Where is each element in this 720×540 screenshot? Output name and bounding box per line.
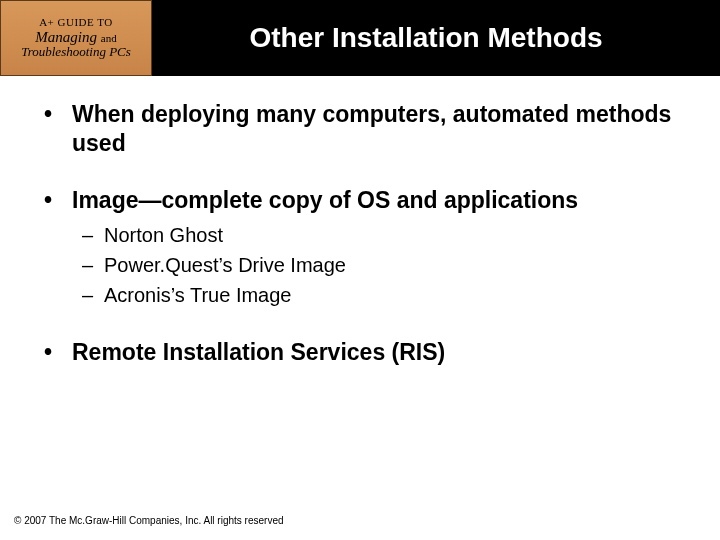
book-logo: A+ GUIDE TO Managing and Troubleshooting…: [0, 0, 152, 76]
bullet-text: Image—complete copy of OS and applicatio…: [72, 187, 578, 213]
bullet-list: When deploying many computers, automated…: [30, 100, 690, 367]
logo-line1: A+ GUIDE TO: [39, 17, 113, 29]
logo-managing: Managing: [35, 29, 97, 45]
bullet-text: Remote Installation Services (RIS): [72, 339, 445, 365]
slide-header: A+ GUIDE TO Managing and Troubleshooting…: [0, 0, 720, 76]
sub-bullet-item: Acronis’s True Image: [72, 280, 690, 310]
sub-bullet-item: Power.Quest’s Drive Image: [72, 250, 690, 280]
slide-content: When deploying many computers, automated…: [0, 76, 720, 367]
copyright-footer: © 2007 The Mc.Graw-Hill Companies, Inc. …: [14, 515, 284, 526]
logo-line2: Managing and: [35, 30, 116, 46]
sub-bullet-item: Norton Ghost: [72, 220, 690, 250]
bullet-text: When deploying many computers, automated…: [72, 101, 671, 156]
slide-title: Other Installation Methods: [152, 0, 720, 76]
logo-and: and: [101, 32, 117, 44]
logo-line3: Troubleshooting PCs: [21, 45, 131, 59]
bullet-item: Remote Installation Services (RIS): [30, 338, 690, 367]
sub-bullet-list: Norton Ghost Power.Quest’s Drive Image A…: [72, 220, 690, 310]
bullet-item: Image—complete copy of OS and applicatio…: [30, 186, 690, 311]
bullet-item: When deploying many computers, automated…: [30, 100, 690, 158]
